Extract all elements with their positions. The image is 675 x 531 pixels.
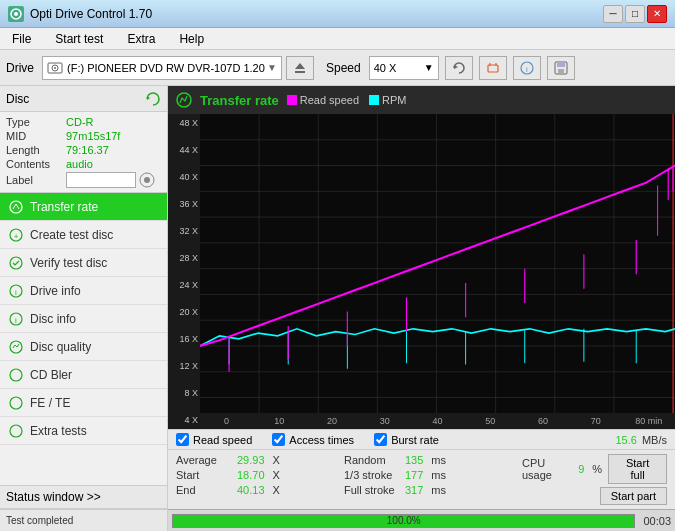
disc-type-row: Type CD-R xyxy=(6,116,161,128)
disc-contents-value: audio xyxy=(66,158,93,170)
start-full-button[interactable]: Start full xyxy=(608,454,667,484)
save-button[interactable] xyxy=(547,56,575,80)
nav-create-test-disc-label: Create test disc xyxy=(30,228,113,242)
info-icon: i xyxy=(520,61,534,75)
toolbar: Drive (F:) PIONEER DVD RW DVR-107D 1.20 … xyxy=(0,50,675,86)
right-stats: CPU usage 9 % Start full Start part xyxy=(522,454,667,505)
cpu-usage-row: CPU usage 9 % Start full xyxy=(522,454,667,484)
y-label-44: 44 X xyxy=(170,145,198,155)
chart-header: Transfer rate Read speed RPM xyxy=(168,86,675,114)
svg-rect-32 xyxy=(200,114,675,429)
stats-area: Read speed Access times Burst rate 15.6 … xyxy=(168,429,675,509)
drive-info-icon: i xyxy=(8,283,24,299)
svg-text:i: i xyxy=(526,65,528,74)
label-settings-icon[interactable] xyxy=(139,172,155,188)
one-third-stroke-label: 1/3 stroke xyxy=(344,469,399,481)
legend-read-speed: Read speed xyxy=(287,94,359,106)
cpu-usage-unit: % xyxy=(592,463,602,475)
menu-extra[interactable]: Extra xyxy=(119,30,163,48)
start-value: 18.70 xyxy=(237,469,265,481)
info-button[interactable]: i xyxy=(513,56,541,80)
x-label-30: 30 xyxy=(358,416,411,426)
svg-point-29 xyxy=(10,397,22,409)
stats-rows: Average 29.93 X Start 18.70 X End 40.13 … xyxy=(168,450,675,509)
burst-rate-checkbox-label[interactable]: Burst rate xyxy=(374,433,439,446)
menu-file[interactable]: File xyxy=(4,30,39,48)
nav-create-test-disc[interactable]: + Create test disc xyxy=(0,221,167,249)
burst-rate-value: 15.6 xyxy=(615,434,636,446)
nav-disc-quality[interactable]: Disc quality xyxy=(0,333,167,361)
nav-drive-info[interactable]: i Drive info xyxy=(0,277,167,305)
svg-rect-15 xyxy=(558,69,564,73)
nav-disc-quality-label: Disc quality xyxy=(30,340,91,354)
disc-type-label: Type xyxy=(6,116,66,128)
read-speed-checkbox-label[interactable]: Read speed xyxy=(176,433,252,446)
full-stroke-label: Full stroke xyxy=(344,484,399,496)
menu-start-test[interactable]: Start test xyxy=(47,30,111,48)
title-bar: Opti Drive Control 1.70 ─ □ ✕ xyxy=(0,0,675,28)
middle-stats: Random 135 ms 1/3 stroke 177 ms Full str… xyxy=(344,454,514,505)
menu-help[interactable]: Help xyxy=(171,30,212,48)
disc-mid-value: 97m15s17f xyxy=(66,130,120,142)
speed-select[interactable]: 40 X ▼ xyxy=(369,56,439,80)
nav-disc-info-label: Disc info xyxy=(30,312,76,326)
status-window-button[interactable]: Status window >> xyxy=(0,485,167,509)
access-times-checkbox-label[interactable]: Access times xyxy=(272,433,354,446)
nav-fe-te[interactable]: FE / TE xyxy=(0,389,167,417)
read-speed-checkbox[interactable] xyxy=(176,433,189,446)
y-label-36: 36 X xyxy=(170,199,198,209)
svg-point-30 xyxy=(10,425,22,437)
end-unit: X xyxy=(273,484,280,496)
window-controls: ─ □ ✕ xyxy=(603,5,667,23)
nav-extra-tests[interactable]: Extra tests xyxy=(0,417,167,445)
access-times-checkbox[interactable] xyxy=(272,433,285,446)
disc-length-row: Length 79:16.37 xyxy=(6,144,161,156)
nav-cd-bler[interactable]: CD Bler xyxy=(0,361,167,389)
svg-text:i: i xyxy=(15,288,17,297)
minimize-button[interactable]: ─ xyxy=(603,5,623,23)
read-speed-checkbox-text: Read speed xyxy=(193,434,252,446)
eject-button[interactable] xyxy=(286,56,314,80)
end-row: End 40.13 X xyxy=(176,484,336,496)
disc-refresh-icon[interactable] xyxy=(145,91,161,107)
disc-section-header: Disc xyxy=(0,86,167,112)
drive-select[interactable]: (F:) PIONEER DVD RW DVR-107D 1.20 ▼ xyxy=(42,56,282,80)
nav-disc-info[interactable]: i Disc info xyxy=(0,305,167,333)
burst-rate-checkbox-text: Burst rate xyxy=(391,434,439,446)
speed-dropdown-arrow[interactable]: ▼ xyxy=(424,62,434,73)
x-label-80: 80 min xyxy=(622,416,675,426)
svg-point-22 xyxy=(10,257,22,269)
random-row: Random 135 ms xyxy=(344,454,514,466)
status-completed-text: Test completed xyxy=(6,515,73,526)
burst-rate-checkbox[interactable] xyxy=(374,433,387,446)
nav-cd-bler-label: CD Bler xyxy=(30,368,72,382)
nav-extra-tests-label: Extra tests xyxy=(30,424,87,438)
disc-label-input[interactable] xyxy=(66,172,136,188)
chart-svg xyxy=(200,114,675,429)
one-third-stroke-value: 177 xyxy=(405,469,423,481)
refresh-button[interactable] xyxy=(445,56,473,80)
start-part-button[interactable]: Start part xyxy=(600,487,667,505)
disc-contents-label: Contents xyxy=(6,158,66,170)
progress-time: 00:03 xyxy=(643,515,671,527)
nav-transfer-rate[interactable]: Transfer rate xyxy=(0,193,167,221)
cd-bler-icon xyxy=(8,367,24,383)
disc-length-value: 79:16.37 xyxy=(66,144,109,156)
close-button[interactable]: ✕ xyxy=(647,5,667,23)
nav-verify-test-disc[interactable]: Verify test disc xyxy=(0,249,167,277)
burst-rate-display: 15.6 MB/s xyxy=(615,434,667,446)
erase-button[interactable] xyxy=(479,56,507,80)
disc-info: Type CD-R MID 97m15s17f Length 79:16.37 … xyxy=(0,112,167,192)
full-stroke-row: Full stroke 317 ms xyxy=(344,484,514,496)
maximize-button[interactable]: □ xyxy=(625,5,645,23)
svg-point-4 xyxy=(54,67,56,69)
drive-dropdown-arrow[interactable]: ▼ xyxy=(267,62,277,73)
svg-point-1 xyxy=(14,12,18,16)
erase-icon xyxy=(486,61,500,75)
disc-contents-row: Contents audio xyxy=(6,158,161,170)
menu-bar: File Start test Extra Help xyxy=(0,28,675,50)
disc-label-row: Label xyxy=(6,172,161,188)
one-third-stroke-row: 1/3 stroke 177 ms xyxy=(344,469,514,481)
svg-rect-8 xyxy=(488,65,498,72)
disc-type-value: CD-R xyxy=(66,116,94,128)
